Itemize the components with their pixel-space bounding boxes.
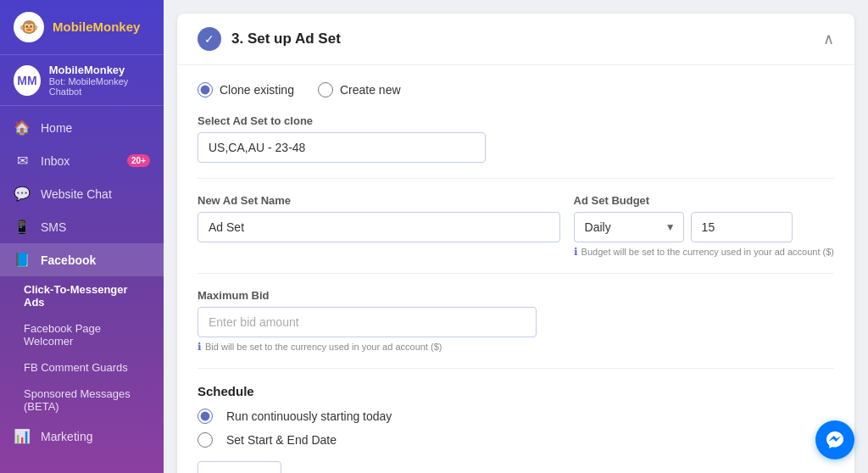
divider-1 xyxy=(198,178,834,179)
sidebar-item-sponsored-messages[interactable]: Sponsored Messages (BETA) xyxy=(0,381,164,420)
schedule-label-2: Set Start & End Date xyxy=(226,433,337,447)
messenger-fab[interactable] xyxy=(815,420,854,459)
sidebar-label-sponsored-messages: Sponsored Messages (BETA) xyxy=(24,387,150,413)
website-chat-icon: 💬 xyxy=(14,186,31,202)
budget-amount-input[interactable] xyxy=(691,212,793,242)
sidebar-nav: 🏠 Home ✉ Inbox 20+ 💬 Website Chat 📱 SMS … xyxy=(0,106,164,473)
marketing-icon: 📊 xyxy=(14,428,31,444)
inbox-icon: ✉ xyxy=(14,153,31,169)
sidebar-item-inbox[interactable]: ✉ Inbox 20+ xyxy=(0,144,164,177)
clone-create-group: Clone existing Create new xyxy=(198,82,834,97)
inbox-badge: 20+ xyxy=(127,154,150,167)
schedule-title: Schedule xyxy=(198,384,834,398)
card-body: Clone existing Create new Select Ad Set … xyxy=(177,65,854,473)
profile-name: MobileMonkey xyxy=(49,64,150,76)
schedule-option-2[interactable]: Set Start & End Date xyxy=(198,432,834,448)
sidebar-label-fb-page-welcomer: Facebook Page Welcomer xyxy=(24,322,150,348)
card-header-left: ✓ 3. Set up Ad Set xyxy=(198,27,341,51)
sidebar-item-marketing[interactable]: 📊 Marketing xyxy=(0,420,164,453)
budget-type-select[interactable]: Daily Lifetime xyxy=(574,212,684,242)
sidebar-label-inbox: Inbox xyxy=(41,154,70,168)
schedule-radio-2[interactable] xyxy=(198,432,213,448)
create-new-radio[interactable] xyxy=(318,82,333,97)
sidebar: 🐵 MobileMonkey MM MobileMonkey Bot: Mobi… xyxy=(0,0,164,473)
info-icon: ℹ xyxy=(574,246,578,258)
collapse-button[interactable]: ∧ xyxy=(823,30,834,48)
messenger-icon xyxy=(825,430,845,450)
new-ad-set-name-field: New Ad Set Name xyxy=(198,194,560,242)
sidebar-item-website-chat[interactable]: 💬 Website Chat xyxy=(0,177,164,210)
select-ad-set-input[interactable] xyxy=(198,132,486,163)
clone-existing-radio[interactable] xyxy=(198,82,213,97)
budget-hint: ℹ Budget will be set to the currency use… xyxy=(574,246,834,258)
max-bid-hint: ℹ Bid will be set to the currency used i… xyxy=(198,341,537,353)
select-ad-set-label: Select Ad Set to clone xyxy=(198,114,834,127)
clone-existing-option[interactable]: Clone existing xyxy=(198,82,294,97)
profile-sub: Bot: MobileMonkey Chatbot xyxy=(49,76,150,97)
sidebar-item-fb-page-welcomer[interactable]: Facebook Page Welcomer xyxy=(0,315,164,354)
sidebar-logo: 🐵 MobileMonkey xyxy=(0,0,164,54)
sidebar-label-fb-comment-guards: FB Comment Guards xyxy=(24,361,128,374)
sidebar-label-home: Home xyxy=(41,121,72,135)
sidebar-label-click-to-messenger: Click-To-Messenger Ads xyxy=(24,283,150,309)
card-header: ✓ 3. Set up Ad Set ∧ xyxy=(177,14,854,65)
bid-info-icon: ℹ xyxy=(198,341,202,353)
home-icon: 🏠 xyxy=(14,120,31,136)
sidebar-item-sms[interactable]: 📱 SMS xyxy=(0,210,164,243)
schedule-option-1[interactable]: Run continuously starting today xyxy=(198,409,834,424)
divider-2 xyxy=(198,273,834,274)
sidebar-label-sms: SMS xyxy=(41,220,66,234)
budget-controls: Daily Lifetime ▼ xyxy=(574,212,834,242)
main-content: ✓ 3. Set up Ad Set ∧ Clone existing Crea… xyxy=(164,0,868,473)
sidebar-label-website-chat: Website Chat xyxy=(41,187,112,201)
max-bid-input[interactable] xyxy=(198,307,537,337)
schedule-section: Schedule Run continuously starting today… xyxy=(198,384,834,448)
next-button[interactable]: Next xyxy=(198,461,281,473)
logo-text: MobileMonkey xyxy=(53,20,140,35)
budget-field: Ad Set Budget Daily Lifetime ▼ ℹ xyxy=(574,194,834,258)
sidebar-item-click-to-messenger[interactable]: Click-To-Messenger Ads xyxy=(0,276,164,315)
facebook-icon: 📘 xyxy=(14,252,31,268)
ad-set-card: ✓ 3. Set up Ad Set ∧ Clone existing Crea… xyxy=(177,14,854,473)
sidebar-item-fb-comment-guards[interactable]: FB Comment Guards xyxy=(0,354,164,381)
profile-info: MobileMonkey Bot: MobileMonkey Chatbot xyxy=(49,64,150,97)
sidebar-item-home[interactable]: 🏠 Home xyxy=(0,111,164,144)
divider-3 xyxy=(198,368,834,369)
budget-type-wrapper: Daily Lifetime ▼ xyxy=(574,212,684,242)
create-new-option[interactable]: Create new xyxy=(318,82,401,97)
sidebar-item-facebook[interactable]: 📘 Facebook xyxy=(0,243,164,276)
avatar: MM xyxy=(14,65,41,96)
sidebar-label-marketing: Marketing xyxy=(41,430,92,443)
budget-label: Ad Set Budget xyxy=(574,194,834,207)
create-new-label: Create new xyxy=(340,83,401,97)
sidebar-profile[interactable]: MM MobileMonkey Bot: MobileMonkey Chatbo… xyxy=(0,54,164,106)
schedule-radio-1[interactable] xyxy=(198,409,213,424)
card-title: 3. Set up Ad Set xyxy=(231,31,341,47)
sms-icon: 📱 xyxy=(14,219,31,235)
schedule-label-1: Run continuously starting today xyxy=(226,409,392,423)
max-bid-field: Maximum Bid ℹ Bid will be set to the cur… xyxy=(198,289,537,353)
new-ad-set-label: New Ad Set Name xyxy=(198,194,560,207)
max-bid-label: Maximum Bid xyxy=(198,289,537,302)
logo-icon: 🐵 xyxy=(14,12,44,42)
name-budget-row: New Ad Set Name Ad Set Budget Daily Life… xyxy=(198,194,834,258)
clone-existing-label: Clone existing xyxy=(220,83,294,97)
sidebar-label-facebook: Facebook xyxy=(41,253,96,267)
step-check-icon: ✓ xyxy=(198,27,221,51)
select-ad-set-field: Select Ad Set to clone xyxy=(198,114,834,163)
new-ad-set-input[interactable] xyxy=(198,212,560,242)
